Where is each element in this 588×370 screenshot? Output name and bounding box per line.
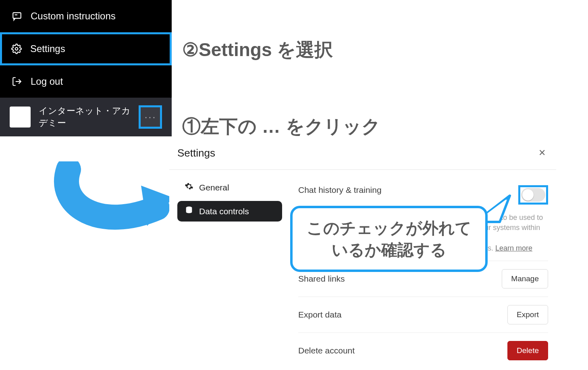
profile-name: インターネット・アカデミー <box>39 105 131 129</box>
account-menu: Custom instructions Settings Log out インタ… <box>0 0 172 136</box>
chat-icon <box>11 10 23 22</box>
toggle-knob <box>522 189 534 201</box>
svg-point-2 <box>15 48 18 50</box>
more-options-button[interactable]: ··· <box>139 105 162 129</box>
close-icon: ✕ <box>538 148 546 158</box>
callout-line1: このチェックが外れて <box>307 219 472 237</box>
callout-line2: いるか確認する <box>332 241 447 259</box>
shared-links-title: Shared links <box>298 274 345 284</box>
database-icon <box>185 206 193 217</box>
nav-label: Data controls <box>199 207 249 216</box>
manage-button[interactable]: Manage <box>502 269 548 288</box>
export-button[interactable]: Export <box>507 305 548 324</box>
profile-row: インターネット・アカデミー ··· <box>0 98 172 136</box>
close-button[interactable]: ✕ <box>536 145 548 161</box>
gear-icon <box>185 182 193 193</box>
menu-item-custom-instructions[interactable]: Custom instructions <box>0 0 172 32</box>
annotation-step1: ①左下の … をクリック <box>182 115 380 138</box>
settings-nav-data-controls[interactable]: Data controls <box>177 201 282 222</box>
history-toggle-highlight <box>518 185 548 205</box>
history-title: Chat history & training <box>298 185 382 195</box>
settings-nav-general[interactable]: General <box>177 177 282 198</box>
export-title: Export data <box>298 310 341 320</box>
history-toggle[interactable] <box>521 188 545 202</box>
annotation-step2: ②Settings を選択 <box>182 39 333 61</box>
nav-label: General <box>199 183 229 192</box>
learn-more-link[interactable]: Learn more <box>495 244 532 252</box>
settings-nav: General Data controls <box>177 177 282 222</box>
menu-label: Log out <box>31 76 63 87</box>
logout-icon <box>11 76 23 87</box>
settings-title: Settings <box>177 147 215 159</box>
callout-bubble: このチェックが外れて いるか確認する <box>290 206 488 272</box>
menu-label: Custom instructions <box>31 10 116 22</box>
avatar <box>10 107 31 128</box>
menu-item-logout[interactable]: Log out <box>0 65 172 98</box>
svg-rect-0 <box>13 13 21 18</box>
settings-header: Settings ✕ <box>169 141 556 170</box>
gear-icon <box>11 43 22 54</box>
menu-item-settings[interactable]: Settings <box>0 32 172 65</box>
delete-title: Delete account <box>298 346 355 355</box>
arrow-icon <box>52 161 173 234</box>
menu-label: Settings <box>30 43 65 54</box>
delete-button[interactable]: Delete <box>507 341 548 360</box>
ellipsis-icon: ··· <box>144 111 156 123</box>
